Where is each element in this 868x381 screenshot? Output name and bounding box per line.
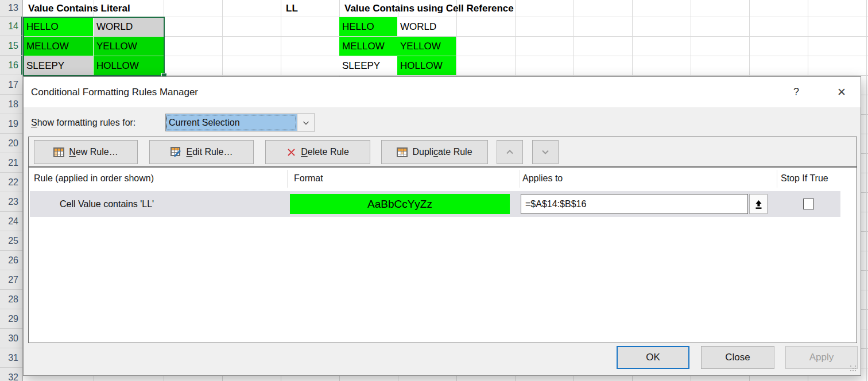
close-icon[interactable]: ✕ [828,77,855,107]
row-header-28[interactable]: 28 [0,290,22,309]
column-header-stop-if-true: Stop If True [781,168,828,189]
row-header-14[interactable]: 14 [0,17,22,36]
move-rule-up-button[interactable] [497,140,523,164]
dropdown-arrow-button[interactable] [297,114,315,131]
cell-a16[interactable]: SLEEPY [24,56,93,75]
row-header-24[interactable]: 24 [0,212,22,231]
row-header-column: 13 14 15 16 17 18 19 20 21 22 23 24 25 2… [0,0,23,381]
new-rule-label: New Rule… [69,147,118,157]
row-header-19[interactable]: 19 [0,114,22,134]
cell-a14[interactable]: HELLO [24,17,93,36]
range-picker-button[interactable] [749,194,768,214]
ok-button[interactable]: OK [617,346,689,369]
apply-button[interactable]: Apply [785,346,858,369]
format-preview: AaBbCcYyZz [290,194,510,214]
row-header-29[interactable]: 29 [0,309,22,329]
new-rule-table-icon [53,147,64,157]
row-header-23[interactable]: 23 [0,192,22,212]
edit-rule-label: Edit Rule… [187,147,233,157]
column-header-rule: Rule (applied in order shown) [34,168,154,189]
duplicate-rule-label: Duplicate Rule [412,147,472,157]
row-header-18[interactable]: 18 [0,95,22,114]
column-header-format: Format [294,168,323,189]
column-divider [520,170,520,188]
cf-rules-manager-dialog: Conditional Formatting Rules Manager ? ✕… [23,76,861,376]
row-header-20[interactable]: 20 [0,134,22,153]
rule-description: Cell Value contains 'LL' [60,191,154,217]
row-header-31[interactable]: 31 [0,348,22,368]
cell-a13-header[interactable]: Value Contains Literal [25,0,130,17]
stop-if-true-checkbox[interactable] [803,199,814,209]
chevron-up-icon [505,147,515,157]
edit-rule-button[interactable]: Edit Rule… [149,140,254,164]
applies-to-input[interactable] [521,194,748,214]
cell-f15[interactable]: MELLOW [339,37,397,56]
resize-grip[interactable] [850,366,857,372]
rule-row[interactable]: Cell Value contains 'LL' AaBbCcYyZz [30,191,840,217]
cell-g15[interactable]: YELLOW [397,37,456,56]
cell-b15[interactable]: YELLOW [94,37,164,56]
show-rules-dropdown[interactable]: Current Selection [165,114,315,131]
column-divider [777,170,777,188]
move-rule-down-button[interactable] [532,140,559,164]
chevron-down-icon [540,147,551,157]
cell-g14[interactable]: WORLD [397,17,456,36]
duplicate-rule-button[interactable]: Duplicate Rule [381,140,488,164]
dialog-titlebar[interactable]: Conditional Formatting Rules Manager ? ✕ [24,77,861,107]
row-header-21[interactable]: 21 [0,153,22,173]
row-header-15[interactable]: 15 [0,36,22,56]
delete-rule-button[interactable]: Delete Rule [265,140,370,164]
rules-toolbar: New Rule… Edit Rule… [28,137,857,167]
row-header-30[interactable]: 30 [0,329,22,348]
row-header-22[interactable]: 22 [0,173,22,192]
dialog-title: Conditional Formatting Rules Manager [31,77,198,107]
show-rules-selected-value: Current Selection [166,114,297,131]
delete-rule-label: Delete Rule [301,147,349,157]
delete-x-icon [286,147,296,157]
row-header-26[interactable]: 26 [0,251,22,270]
row-header-27[interactable]: 27 [0,270,22,290]
rules-list: Rule (applied in order shown) Format App… [28,167,857,343]
row-header-17[interactable]: 17 [0,75,22,95]
new-rule-button[interactable]: New Rule… [34,140,138,164]
cell-e13[interactable]: LL [283,0,298,17]
cell-b16[interactable]: HOLLOW [94,56,164,75]
help-icon[interactable]: ? [786,77,807,107]
cell-f16[interactable]: SLEEPY [339,56,397,75]
chevron-down-icon [301,118,311,127]
edit-rule-pencil-icon [170,147,182,157]
collapse-dialog-arrow-icon [754,199,763,209]
row-header-16[interactable]: 16 [0,56,22,75]
show-rules-label: Show formatting rules for: [31,114,135,131]
row-header-13[interactable]: 13 [0,0,22,17]
cell-a15[interactable]: MELLOW [24,37,93,56]
column-header-applies-to: Applies to [522,168,563,189]
cell-f14[interactable]: HELLO [339,17,397,36]
row-header-25[interactable]: 25 [0,231,22,251]
duplicate-rule-table-icon [397,147,408,157]
cell-g16[interactable]: HOLLOW [397,56,456,75]
cell-f13-header[interactable]: Value Contains using Cell Reference [342,0,514,17]
column-divider [287,170,288,188]
cell-b14[interactable]: WORLD [94,17,164,36]
close-button[interactable]: Close [701,346,774,369]
row-header-32[interactable]: 32 [0,368,22,381]
